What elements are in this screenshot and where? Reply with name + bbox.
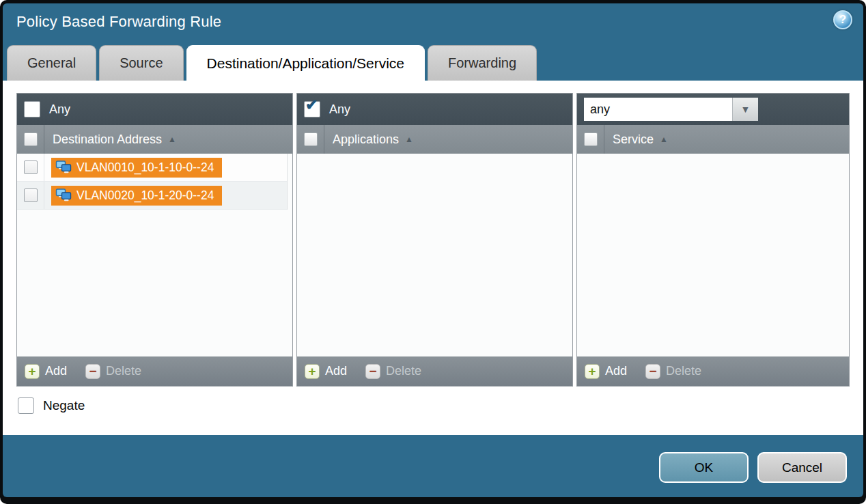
add-label: Add [605,364,627,378]
column-label: Destination Address [53,132,162,147]
destination-any-label: Any [49,102,70,117]
network-group-icon [55,160,72,174]
destination-any-checkbox[interactable]: ✔ [24,101,40,117]
negate-checkbox[interactable] [18,397,34,414]
row-checkbox[interactable] [24,160,38,174]
address-object-tag[interactable]: VLAN0020_10-1-20-0--24 [51,186,222,206]
tab-strip: General Source Destination/Application/S… [7,45,540,81]
applications-column-header: Applications ▲ [297,125,572,154]
add-label: Add [45,364,67,378]
service-list [577,154,849,356]
service-column-header: Service ▲ [577,125,849,154]
table-row[interactable]: VLAN0020_10-1-20-0--24 [17,182,287,210]
column-label: Service [613,132,654,147]
row-checkbox[interactable] [24,188,38,202]
tab-general[interactable]: General [7,45,96,81]
applications-list [297,154,572,356]
select-all-cell [297,125,324,154]
table-row[interactable]: VLAN0010_10-1-10-0--24 [17,154,287,182]
service-dropdown-bar: any ▼ [577,94,849,125]
add-icon: + [305,364,320,379]
column-label: Applications [333,132,399,147]
tab-forwarding[interactable]: Forwarding [428,45,537,81]
applications-column-title[interactable]: Applications ▲ [324,132,413,147]
destination-delete-button[interactable]: − Delete [85,364,141,379]
dropdown-button[interactable]: ▼ [732,98,758,121]
destination-column-header: Destination Address ▲ [17,125,292,154]
select-all-cell [577,125,604,154]
applications-any-bar: ✔ Any [297,94,572,125]
delete-icon: − [85,364,100,379]
row-checkbox-cell [17,182,44,209]
service-select-all-checkbox[interactable] [584,132,598,146]
row-checkbox-cell [17,154,44,181]
negate-row: Negate [18,397,85,414]
address-object-tag[interactable]: VLAN0010_10-1-10-0--24 [51,158,222,178]
destination-footer: + Add − Delete [17,356,292,386]
address-object-label: VLAN0010_10-1-10-0--24 [76,160,214,175]
delete-icon: − [645,364,660,379]
applications-footer: + Add − Delete [297,356,572,386]
applications-panel: ✔ Any Applications ▲ [296,93,573,387]
service-footer: + Add − Delete [577,356,849,386]
screen: Policy Based Forwarding Rule ? General S… [0,0,866,504]
destination-rows: VLAN0010_10-1-10-0--24 VLAN0020_10-1-20-… [17,154,288,210]
service-type-value: any [584,98,732,121]
service-delete-button[interactable]: − Delete [645,364,701,379]
checkmark-icon: ✔ [305,98,318,113]
applications-any-checkbox[interactable]: ✔ [304,101,320,117]
select-all-cell [17,125,44,154]
applications-any-label: Any [329,102,350,117]
chevron-down-icon: ▼ [741,104,751,115]
destination-column-title[interactable]: Destination Address ▲ [44,132,176,147]
ok-button[interactable]: OK [659,452,749,483]
tab-content: ✔ Any Destination Address ▲ [3,81,863,435]
applications-add-button[interactable]: + Add [305,364,347,379]
tab-destination-application-service[interactable]: Destination/Application/Service [186,45,425,81]
delete-label: Delete [386,364,421,378]
service-column-title[interactable]: Service ▲ [604,132,668,147]
tab-source[interactable]: Source [99,45,183,81]
destination-address-panel: ✔ Any Destination Address ▲ [16,93,293,387]
service-panel: any ▼ Service ▲ [576,93,850,387]
destination-list: VLAN0010_10-1-10-0--24 VLAN0020_10-1-20-… [17,154,292,356]
delete-icon: − [365,364,380,379]
add-label: Add [325,364,347,378]
cancel-button[interactable]: Cancel [757,452,847,483]
delete-label: Delete [106,364,141,378]
pbf-rule-dialog: Policy Based Forwarding Rule ? General S… [3,3,863,497]
service-type-dropdown[interactable]: any ▼ [584,98,758,121]
delete-label: Delete [666,364,701,378]
negate-label: Negate [43,398,85,413]
sort-asc-icon: ▲ [168,135,176,144]
network-group-icon [55,188,72,202]
dialog-buttons: OK Cancel [659,452,847,483]
applications-delete-button[interactable]: − Delete [365,364,421,379]
applications-select-all-checkbox[interactable] [304,132,318,146]
dialog-title: Policy Based Forwarding Rule [16,13,221,31]
add-icon: + [585,364,600,379]
destination-select-all-checkbox[interactable] [24,132,38,146]
panel-container: ✔ Any Destination Address ▲ [3,81,863,387]
destination-any-bar: ✔ Any [17,94,292,125]
sort-asc-icon: ▲ [660,135,668,144]
destination-add-button[interactable]: + Add [25,364,67,379]
help-icon[interactable]: ? [833,10,852,29]
address-object-label: VLAN0020_10-1-20-0--24 [76,188,214,203]
add-icon: + [25,364,40,379]
sort-asc-icon: ▲ [405,135,413,144]
service-add-button[interactable]: + Add [585,364,627,379]
